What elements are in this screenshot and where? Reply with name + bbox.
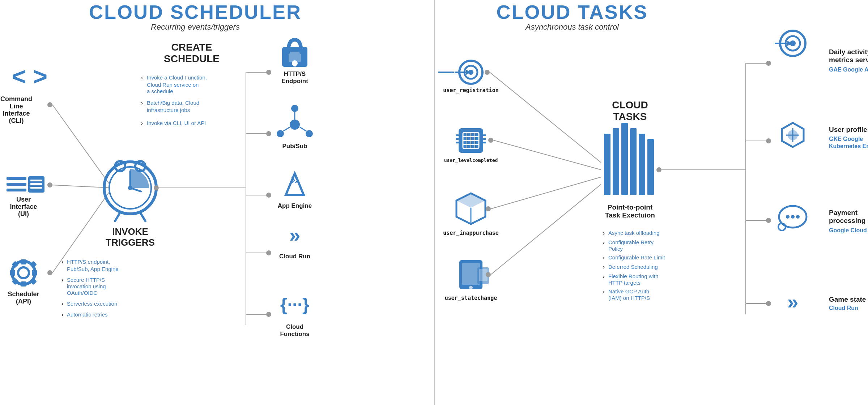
invoke-bullet-2-line1: Secure HTTP/S	[67, 277, 105, 283]
pubsub-line-left	[283, 127, 290, 131]
create-bullet-arrow-1: ›	[141, 74, 143, 81]
invoke-bullet-1-line1: HTTP/S endpoint,	[67, 259, 110, 265]
svc3-dot	[766, 218, 771, 223]
tablet-body	[459, 260, 482, 289]
api-gear-tooth-br	[30, 278, 37, 285]
purchase-right-dot	[486, 206, 491, 211]
create-bullet-2-line1: Batch/Big data, Cloud	[147, 100, 199, 106]
queue-bar-5	[639, 134, 645, 195]
reg-right-dot	[485, 70, 490, 75]
tablet-button	[469, 286, 473, 289]
ui-to-clock-line	[52, 185, 112, 188]
reg-to-queue	[490, 72, 601, 163]
clock-face	[109, 167, 151, 209]
svc1-platform: GAE Google App Engine	[829, 66, 868, 73]
ptp-label-2: Task Exectuion	[605, 211, 655, 219]
func-tail	[778, 223, 786, 230]
invoke-bullet-3: Serverless execution	[67, 301, 117, 307]
appengine-icon: »	[291, 171, 299, 187]
chip-pin-l3	[456, 142, 459, 143]
appengine-dot	[266, 193, 271, 198]
invoke-bullet-2-line2: invocation using	[67, 283, 106, 289]
feat-arrow-5: ›	[603, 273, 605, 279]
state-label: user_statechange	[445, 295, 497, 301]
cloud-tasks-queue-label-2: TASKS	[613, 111, 647, 122]
level-right-dot	[488, 138, 493, 143]
cloudrun-icon: »	[289, 224, 301, 246]
create-bullet-1-line1: Invoke a Cloud Function,	[147, 74, 207, 81]
clock-outer	[104, 162, 156, 214]
clock-hand-hour	[130, 188, 141, 191]
left-connectors: CLOUD SCHEDULER Recurring events/trigger…	[0, 0, 434, 405]
invoke-bullet-arrow-1: ›	[61, 259, 63, 265]
queue-bar-1	[604, 134, 610, 195]
feat-5b: HTTP targets	[608, 280, 641, 286]
clock-bell-left	[115, 161, 125, 171]
functions-icon: {···}	[280, 294, 310, 315]
api-gear-outer	[12, 261, 35, 284]
queue-bar-2	[613, 128, 619, 195]
right-connectors: CLOUD TASKS Asynchronous task control us…	[435, 0, 868, 405]
cli-dot	[47, 102, 52, 107]
feat-arrow-3: ›	[603, 254, 605, 260]
create-bullet-arrow-2: ›	[141, 100, 143, 106]
create-bullet-1-line3: a schedule	[147, 88, 173, 94]
cloud-tasks-section: CLOUD TASKS Asynchronous task control us…	[434, 0, 868, 405]
feat-5a: Flexible Routing with	[608, 273, 658, 279]
ui-label-line3: (UI)	[18, 210, 29, 217]
invoke-bullet-4: Automatic retries	[67, 311, 108, 318]
queue-bar-6	[647, 139, 654, 195]
pubsub-dot	[266, 131, 271, 136]
lock-body	[282, 47, 307, 67]
feat-1: Async task offloading	[608, 230, 659, 236]
clock-fill	[130, 169, 149, 188]
kube-center	[788, 130, 798, 140]
reg-middle	[464, 66, 477, 79]
lock-keyhole-stem	[293, 62, 296, 66]
tablet-small-screen	[479, 269, 488, 281]
svc2-title: User profile service	[829, 126, 868, 133]
chip-pin-r3	[483, 142, 486, 143]
func-bubble	[779, 206, 807, 228]
api-to-clock-line	[52, 188, 112, 273]
chip-body	[459, 128, 483, 153]
svc2-dot	[766, 138, 771, 143]
pubsub-center	[290, 120, 300, 130]
clock-bell-right	[135, 161, 145, 171]
chip-pin-r1	[483, 134, 486, 136]
left-subtitle: Recurring events/triggers	[151, 22, 240, 31]
invoke-bullet-1-line2: Pub/Sub, App Engine	[67, 266, 119, 272]
feat-6a: Native GCP Auth	[608, 288, 649, 294]
level-label: user_levelcompleted	[444, 158, 498, 163]
svc2-platform-2: Kubernetes Engine	[829, 143, 868, 149]
main-container: CLOUD SCHEDULER Recurring events/trigger…	[0, 0, 868, 405]
right-title: CLOUD TASKS	[497, 1, 648, 23]
feat-arrow-6: ›	[603, 288, 605, 294]
level-to-queue	[493, 140, 601, 170]
lock-body-inner	[289, 52, 301, 62]
api-label-line1: Scheduler	[8, 290, 39, 298]
create-bullet-1-line2: Cloud Run service on	[147, 82, 199, 88]
api-dot	[47, 270, 52, 275]
appengine-triangle	[286, 173, 304, 195]
create-title-2: SCHEDULE	[164, 53, 220, 64]
clock-leg-right	[141, 214, 145, 221]
queue-bar-4	[630, 128, 637, 195]
svc4-title-1: Game state service	[829, 296, 868, 303]
state-right-dot	[486, 272, 491, 277]
svc1-title-2: metrics service	[829, 56, 868, 64]
queue-bar-3	[621, 123, 628, 195]
left-title: CLOUD SCHEDULER	[89, 1, 302, 23]
gae-outer	[780, 31, 805, 56]
cli-to-clock-line	[52, 105, 112, 188]
invoke-title-1: INVOKE	[112, 226, 148, 237]
ui-hamburger-3	[7, 189, 26, 191]
state-to-queue	[491, 184, 601, 275]
tablet-small	[477, 267, 489, 284]
chip-pin-l1	[456, 134, 459, 136]
func-dot-1	[786, 215, 790, 219]
create-bullet-arrow-3: ›	[141, 120, 143, 126]
invoke-title-2: TRIGGERS	[106, 237, 155, 248]
clock-leg-left	[115, 214, 119, 221]
https-label-2: Endpoint	[281, 78, 308, 85]
